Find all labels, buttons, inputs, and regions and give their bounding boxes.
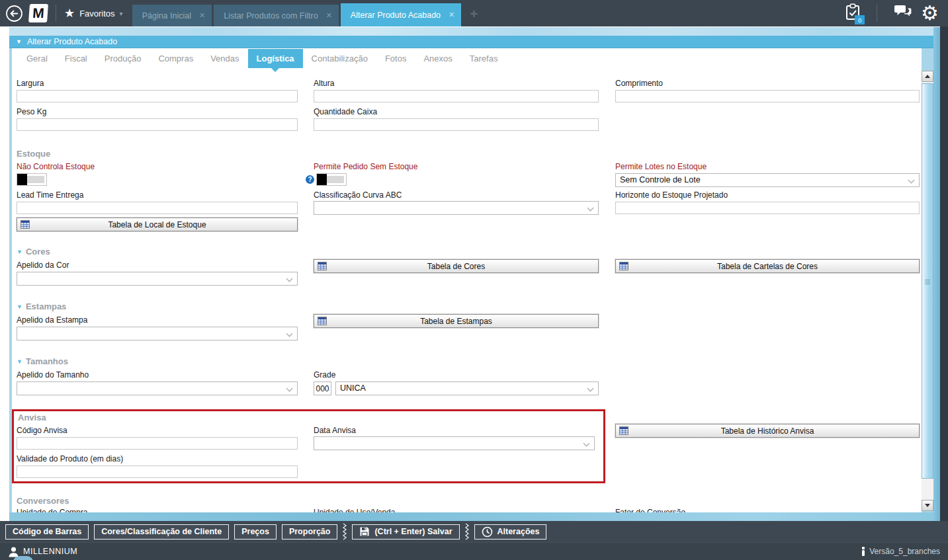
altura-input[interactable] — [314, 90, 599, 102]
data-anvisa-select[interactable] — [314, 436, 595, 450]
collapse-icon[interactable]: ▼ — [17, 303, 22, 310]
button-label: Tabela de Cartelas de Cores — [717, 262, 818, 271]
user-name: MILLENNIUM — [23, 547, 77, 556]
grade-select[interactable]: UNICA — [335, 381, 599, 395]
conversores-section-title: Conversores — [17, 496, 298, 506]
tasks-count-badge: 0 — [855, 15, 865, 24]
tab-logistica[interactable]: Logística — [248, 49, 303, 68]
comprimento-input[interactable] — [615, 90, 920, 102]
collapse-icon[interactable]: ▼ — [16, 38, 22, 45]
panel-bottom-edge — [9, 512, 940, 521]
apelido-cor-select[interactable] — [17, 272, 298, 286]
tab-compras[interactable]: Compras — [150, 49, 202, 68]
tab-tarefas[interactable]: Tarefas — [461, 49, 507, 68]
settings-button[interactable]: ⚙ — [921, 3, 939, 23]
peso-input[interactable] — [17, 118, 298, 131]
collapse-icon[interactable]: ▼ — [17, 358, 22, 365]
tab-anexos[interactable]: Anexos — [415, 49, 460, 68]
apelido-tamanho-select[interactable] — [17, 381, 298, 395]
close-icon[interactable]: ✕ — [326, 11, 332, 20]
curva-abc-select[interactable] — [314, 201, 599, 215]
proporcao-button[interactable]: Proporção — [282, 524, 338, 540]
scrollbar-thumb[interactable] — [922, 83, 933, 479]
chevron-down-icon — [587, 385, 594, 392]
tab-contabilizacao[interactable]: Contabilização — [303, 49, 376, 68]
scrollbar-grip — [925, 280, 930, 285]
unidade-compra-label: Unidade de Compra — [17, 508, 298, 512]
lead-time-input[interactable] — [17, 202, 298, 214]
new-tab-button[interactable]: + — [470, 7, 478, 20]
back-button[interactable] — [5, 5, 23, 22]
tab-fotos[interactable]: Fotos — [376, 49, 415, 68]
grade-value: UNICA — [340, 383, 366, 393]
estampas-section-title: ▼ Estampas — [17, 301, 298, 311]
tabela-estampas-button[interactable]: Tabela de Estampas — [314, 314, 599, 328]
close-icon[interactable]: ✕ — [449, 11, 454, 19]
precos-button[interactable]: Preços — [234, 524, 277, 540]
permite-lotes-select[interactable]: Sem Controle de Lote — [615, 173, 920, 187]
altura-label: Altura — [314, 79, 599, 88]
tabela-cores-button[interactable]: Tabela de Cores — [314, 259, 599, 273]
largura-input[interactable] — [17, 90, 298, 102]
tabela-local-estoque-button[interactable]: Tabela de Local de Estoque — [17, 218, 298, 231]
permite-pedido-toggle[interactable] — [316, 173, 347, 186]
tab-vendas[interactable]: Vendas — [202, 49, 247, 68]
chevron-down-icon — [587, 205, 594, 212]
chevron-down-icon — [286, 385, 293, 392]
tab-producao[interactable]: Produção — [96, 49, 150, 68]
validade-produto-input[interactable] — [17, 465, 298, 478]
estoque-section-title: Estoque — [17, 149, 298, 159]
nao-controla-estoque-toggle[interactable] — [17, 173, 47, 186]
section-label: Cores — [26, 247, 50, 257]
codigo-barras-button[interactable]: Código de Barras — [5, 524, 89, 540]
tab-alterar-produto[interactable]: Alterar Produto Acabado ✕ — [341, 3, 461, 26]
collapse-icon[interactable]: ▼ — [17, 249, 22, 255]
favorites-label: Favoritos — [79, 9, 114, 19]
star-icon: ★ — [64, 7, 75, 19]
tab-pagina-inicial[interactable]: Página Inicial ✕ — [132, 5, 212, 26]
topbar-divider — [56, 5, 56, 22]
horizonte-label: Horizonte do Estoque Projetado — [615, 190, 920, 200]
messages-button[interactable] — [894, 5, 912, 22]
alteracoes-button[interactable]: Alterações — [474, 524, 547, 540]
tab-geral[interactable]: Geral — [18, 49, 56, 68]
favorites-button[interactable]: ★ Favoritos ▾ — [64, 7, 123, 19]
scroll-up-button[interactable] — [922, 71, 933, 82]
tabela-historico-anvisa-button[interactable]: Tabela de Histórico Anvisa — [615, 424, 920, 438]
horizonte-input[interactable] — [615, 202, 920, 214]
tab-label: Página Inicial — [142, 11, 191, 20]
tab-label: Alterar Produto Acabado — [351, 11, 441, 20]
tasks-button[interactable]: 0 — [845, 3, 860, 23]
cores-section-title: ▼ Cores — [17, 247, 298, 257]
vertical-scrollbar[interactable] — [922, 71, 933, 511]
fator-conversao-label: Fator de Conversão — [615, 508, 920, 512]
chat-icon — [894, 5, 912, 19]
codigo-anvisa-input[interactable] — [17, 437, 298, 450]
save-button[interactable]: (Ctrl + Enter) Salvar — [352, 524, 459, 540]
button-label: Tabela de Estampas — [420, 317, 492, 326]
millennium-logo[interactable]: M — [28, 4, 48, 22]
comprimento-label: Comprimento — [615, 79, 920, 88]
arrow-up-icon — [925, 72, 930, 78]
apelido-tamanho-label: Apelido do Tamanho — [17, 370, 298, 380]
close-icon[interactable]: ✕ — [199, 11, 205, 20]
chevron-down-icon — [286, 331, 293, 337]
codigo-anvisa-label: Código Anvisa — [17, 426, 298, 435]
cores-classificacao-button[interactable]: Cores/Classificação de Cliente — [94, 524, 229, 540]
apelido-estampa-select[interactable] — [17, 327, 298, 340]
page-header[interactable]: ▼ Alterar Produto Acabado — [9, 36, 940, 48]
tabela-cartelas-cores-button[interactable]: Tabela de Cartelas de Cores — [615, 259, 920, 273]
table-icon — [619, 262, 628, 270]
chevron-down-icon — [583, 440, 590, 447]
section-label: Tamanhos — [26, 356, 68, 366]
form-tabs: Geral Fiscal Produção Compras Vendas Log… — [12, 48, 922, 69]
scroll-down-button[interactable] — [922, 500, 933, 511]
tab-fiscal[interactable]: Fiscal — [56, 49, 96, 68]
quantidade-caixa-input[interactable] — [314, 118, 599, 131]
toggle-track — [327, 176, 344, 183]
version-info[interactable]: Versão_5_branches — [862, 547, 940, 556]
validade-produto-label: Validade do Produto (em dias) — [17, 454, 298, 463]
tab-listar-produtos[interactable]: Listar Produtos com Filtro ✕ — [214, 5, 339, 26]
help-icon[interactable]: ? — [306, 175, 314, 184]
grade-code-input[interactable]: 000 — [314, 381, 331, 395]
